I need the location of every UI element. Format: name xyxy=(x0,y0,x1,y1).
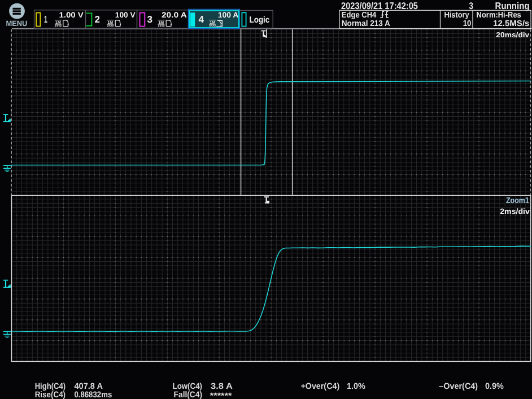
svg-text:12.5MS/s: 12.5MS/s xyxy=(493,19,530,28)
svg-text:Normal 213 A: Normal 213 A xyxy=(342,19,390,28)
svg-text:History: History xyxy=(444,11,469,20)
svg-text:Logic: Logic xyxy=(250,15,270,25)
svg-text:******: ****** xyxy=(210,391,232,399)
svg-text:20.0 A: 20.0 A xyxy=(162,11,187,19)
svg-text:Fall(C4): Fall(C4) xyxy=(174,390,202,399)
svg-text:0.86832ms: 0.86832ms xyxy=(74,390,112,399)
svg-text:20ms/div: 20ms/div xyxy=(496,30,530,39)
svg-text:2: 2 xyxy=(95,14,101,25)
svg-text:Rise(C4): Rise(C4) xyxy=(35,390,66,399)
svg-text:100 V: 100 V xyxy=(115,11,136,19)
svg-text:–Over(C4): –Over(C4) xyxy=(439,382,478,391)
svg-text:3: 3 xyxy=(469,1,474,11)
svg-text:1: 1 xyxy=(44,14,47,25)
svg-text:Norm:Hi-Res: Norm:Hi-Res xyxy=(477,11,521,20)
svg-text:2ms/div: 2ms/div xyxy=(500,207,530,216)
svg-text:2023/09/21 17:42:05: 2023/09/21 17:42:05 xyxy=(341,1,418,11)
svg-text:4: 4 xyxy=(199,14,204,25)
svg-text:0.9%: 0.9% xyxy=(485,382,504,391)
svg-text:Running: Running xyxy=(495,1,530,11)
svg-text:+Over(C4): +Over(C4) xyxy=(300,382,339,391)
svg-text:3: 3 xyxy=(147,14,153,25)
svg-text:MENU: MENU xyxy=(6,19,27,28)
svg-text:Zoom1: Zoom1 xyxy=(506,196,529,205)
svg-text:3.8 A: 3.8 A xyxy=(211,382,233,391)
svg-text:1.00 V: 1.00 V xyxy=(59,11,83,19)
svg-text:Edge CH4: Edge CH4 xyxy=(342,11,377,20)
svg-text:10: 10 xyxy=(463,19,472,28)
svg-text:100 A: 100 A xyxy=(218,11,239,19)
svg-text:1.0%: 1.0% xyxy=(347,382,365,391)
